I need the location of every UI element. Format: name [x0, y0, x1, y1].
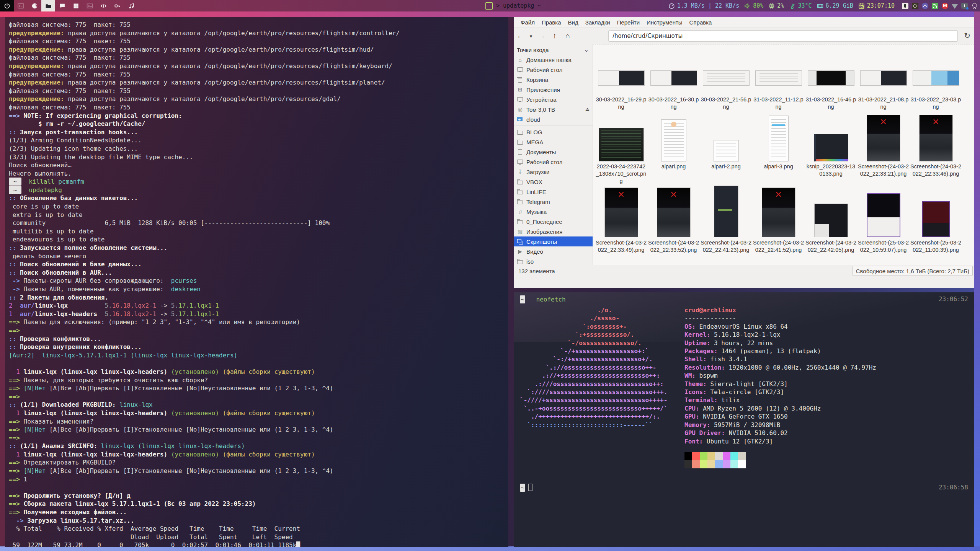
menu-Закладки[interactable]: Закладки — [582, 18, 613, 27]
workspace-windows[interactable] — [69, 0, 83, 11]
sidebar-item-MEGA[interactable]: MEGA — [514, 137, 593, 147]
sidebar-item-Загрузки[interactable]: ↧Загрузки — [514, 167, 593, 177]
free-space: Свободное место: 1,6 ТиБ (Всего: 2,7 ТиБ… — [853, 266, 973, 276]
back-button[interactable]: ← — [514, 32, 527, 40]
home-button[interactable]: ⌂ — [561, 32, 574, 40]
workspace-music[interactable] — [124, 0, 138, 11]
sidebar-item-Рабочий стол[interactable]: Рабочий стол — [514, 157, 593, 167]
workspace-terminal[interactable] — [14, 0, 28, 11]
memory-icon — [817, 3, 823, 9]
workspace-code[interactable] — [96, 0, 110, 11]
tray-lock-icon[interactable] — [902, 3, 908, 9]
reload-button[interactable]: ↻ — [964, 31, 970, 40]
file-thumbnail — [661, 119, 686, 161]
menu-Справка[interactable]: Справка — [686, 18, 715, 27]
tray-arc-icon[interactable] — [922, 3, 928, 9]
sidebar-item-Музыка[interactable]: ♫Музыка — [514, 207, 593, 217]
palette-row-top — [684, 452, 746, 460]
tray-bulb-icon[interactable] — [971, 3, 978, 9]
tray-rss-icon[interactable] — [932, 3, 938, 9]
tray-layout-icon[interactable] — [912, 3, 918, 9]
music-icon: ♫ — [517, 209, 523, 215]
up-button[interactable]: ↑ — [548, 32, 561, 40]
sidebar-item-Устройства[interactable]: Устройства — [514, 95, 593, 104]
sidebar-item-Telegram[interactable]: Telegram — [514, 197, 593, 207]
filemanager-body: Точки входа ⌄ ⌂Домашняя папкаРабочий сто… — [514, 44, 974, 277]
menu-Перейти[interactable]: Перейти — [614, 18, 643, 27]
sidebar-item-VBOX[interactable]: VBOX — [514, 177, 593, 187]
file-thumbnail — [867, 115, 900, 161]
menu-Правка[interactable]: Правка — [539, 18, 564, 27]
file-label: Screenshot-(24-03-2022_22:33:46).png — [910, 163, 961, 178]
stat-memory: 6.29 GiB — [817, 2, 853, 9]
places-header[interactable]: Точки входа ⌄ — [514, 44, 593, 55]
file-thumbnail — [714, 186, 738, 237]
workspace-power[interactable] — [0, 0, 14, 11]
terminal-line: 2 aur/linux-lqx 5.16.18.lqx2-1 -> 5.17.1… — [9, 302, 508, 310]
sidebar-item-Изображения[interactable]: ▨Изображения — [514, 227, 593, 236]
sidebar-item-label: Загрузки — [526, 169, 549, 175]
sidebar-item-LinLIFE[interactable]: LinLIFE — [514, 187, 593, 197]
temp-icon — [789, 3, 795, 9]
sidebar-item-label: Устройства — [526, 96, 556, 103]
calendar-icon — [858, 3, 865, 9]
terminal-line: файловая система: 775 пакет: 755 — [9, 54, 508, 62]
palette-swatch — [684, 460, 692, 468]
tray-wifi-icon[interactable] — [952, 4, 958, 9]
sidebar-item-Том 3,0 ТВ[interactable]: ◎Том 3,0 ТВ⏏ — [514, 104, 593, 114]
workspace-firefox[interactable] — [28, 0, 41, 11]
filemanager-toolbar: ← ▾ → ↑ ⌂ ↻ — [514, 28, 974, 44]
file-icon-view[interactable]: 30-03-2022_16-29.png30-03-2022_16-30.png… — [593, 44, 974, 277]
eject-icon[interactable]: ⏏ — [585, 107, 590, 112]
terminal-left-body: файловая система: 775 пакет: 755предупре… — [9, 21, 508, 547]
sidebar-item-Домашняя папка[interactable]: ⌂Домашняя папка — [514, 55, 593, 65]
panel-status-area: 1.3 MB/s | 22 KB/s80%2%33°C6.29 GiB23:07… — [668, 0, 978, 11]
forward-button[interactable]: → — [535, 32, 548, 40]
terminal-line: файловая система: 775 пакет: 755 — [9, 87, 508, 95]
file-label: Screenshot-(25-03-2022_10:59:07).png — [858, 239, 909, 254]
sidebar-item-Документы[interactable]: Документы — [514, 147, 593, 157]
sidebar-item-Видео[interactable]: ▶Видео — [514, 246, 593, 256]
workspace-switcher[interactable] — [0, 0, 138, 11]
sidebar-separator — [514, 126, 593, 126]
sidebar-item-cloud[interactable]: cloud — [514, 114, 593, 124]
tray-shield-icon[interactable] — [961, 3, 968, 9]
wallpaper-right-strip — [974, 11, 980, 551]
sidebar-item-label: MEGA — [526, 139, 543, 145]
prompt-box: ~ — [520, 484, 525, 492]
history-dropdown-button[interactable]: ▾ — [527, 33, 535, 39]
workspace-image[interactable] — [83, 0, 96, 11]
file-label: Screenshot-(25-03-2022_11:00:39).png — [910, 239, 961, 254]
stat-cpu-value: 2% — [777, 2, 784, 9]
sidebar-item-Корзина[interactable]: Корзина — [514, 75, 593, 85]
sidebar-item-label: 0_Последнее — [526, 218, 562, 225]
neofetch-info-row: WM: bspwm — [684, 372, 876, 380]
palette-swatch — [730, 452, 738, 460]
system-tray[interactable] — [902, 3, 978, 9]
sidebar-item-label: Документы — [526, 149, 556, 155]
workspace-files[interactable] — [41, 0, 55, 11]
tray-mega-icon[interactable] — [942, 3, 948, 9]
terminal-updatepkg[interactable]: файловая система: 775 пакет: 755предупре… — [5, 17, 508, 547]
menu-Файл[interactable]: Файл — [518, 18, 538, 27]
terminal-line: предупреждение: права доступа различаютс… — [9, 29, 508, 37]
terminal-line: Нечего выполнять. — [9, 170, 508, 178]
sidebar-item-BLOG[interactable]: BLOG — [514, 127, 593, 137]
file-thumbnail — [657, 187, 691, 237]
menu-Вид[interactable]: Вид — [565, 18, 581, 27]
menu-Инструменты[interactable]: Инструменты — [644, 18, 686, 27]
sidebar-item-Скриншоты[interactable]: Скриншоты — [514, 236, 593, 246]
sidebar-item-0_Последнее[interactable]: 0_Последнее — [514, 217, 593, 227]
terminal-neofetch[interactable]: ~ neofetch 23:06:52 ./o. ./sssso- `:osss… — [514, 292, 974, 547]
path-input[interactable] — [608, 30, 958, 42]
terminal-line: ==> — [9, 434, 508, 442]
terminal-line: :: Поиск обновлений в базе данных... — [9, 260, 508, 269]
sidebar-item-Приложения[interactable]: ⊞Приложения — [514, 85, 593, 95]
workspace-key[interactable] — [110, 0, 124, 11]
file-thumbnail — [913, 70, 959, 86]
sidebar-item-Рабочий стол[interactable]: Рабочий стол — [514, 65, 593, 75]
workspace-chat[interactable] — [55, 0, 69, 11]
sidebar-item-label: Приложения — [526, 86, 560, 93]
terminal-line: :: Проверка конфликтов... — [9, 335, 508, 343]
terminal-line: ==> [N]Нет [A]Все [Ab]Прервать [I]Устано… — [9, 425, 508, 434]
